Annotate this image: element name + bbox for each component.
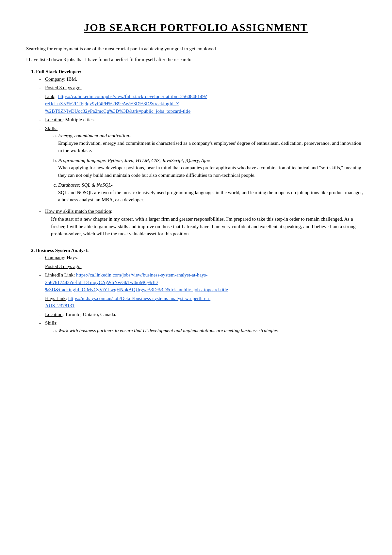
job-title-1: Full Stack Developer: bbox=[36, 69, 81, 74]
skill-desc-1b: When applying for new developer position… bbox=[58, 164, 366, 179]
hays-link-content-2: Hays Link: https://m.hays.com.au/Job/Det… bbox=[45, 295, 210, 310]
company-label-1: Company: IBM. bbox=[45, 76, 77, 83]
posted-item-1: - Posted 3 days ago. bbox=[39, 84, 366, 92]
intro-para-1: Searching for employment is one of the m… bbox=[26, 45, 366, 53]
match-item-1: - How my skills match the position: It's… bbox=[39, 208, 366, 238]
link-content-1: Link: https://ca.linkedin.com/jobs/view/… bbox=[45, 93, 207, 115]
posted-underline-2: Posted 3 days ago. bbox=[45, 264, 82, 269]
hays-job-link-2[interactable]: https://m.hays.com.au/Job/Detail/busines… bbox=[45, 296, 210, 309]
skills-content-2: Skills: Work with business partners to e… bbox=[45, 319, 279, 337]
company-label-2: Company bbox=[45, 255, 64, 260]
skills-label-1: Skills: bbox=[45, 126, 57, 131]
dash: - bbox=[39, 125, 45, 132]
hays-link-label-2: Hays Link bbox=[45, 296, 66, 301]
match-label-1: How my skills match the position bbox=[45, 209, 111, 214]
location-item-1: - Location: Multiple cities. bbox=[39, 116, 366, 124]
skills-item-2: - Skills: Work with business partners to… bbox=[39, 319, 366, 337]
skill-item-1a: Energy, commitment and motivation- Emplo… bbox=[58, 132, 366, 154]
company-item-1: - Company: IBM. bbox=[39, 76, 366, 83]
dash: - bbox=[39, 93, 45, 100]
linkedin-link-content-2: LinkedIn Link: https://ca.linkedin.com/j… bbox=[45, 271, 228, 294]
skill-desc-1c: SQL and NOSQL are two of the most extens… bbox=[58, 189, 366, 204]
skill-title-1b: Programming language: Python, Java, HTLM… bbox=[58, 158, 212, 163]
location-label-2: Location bbox=[45, 312, 62, 317]
job-title-2: Business System Analyst: bbox=[36, 248, 89, 253]
link-label-1: Link bbox=[45, 94, 54, 99]
location-content-1: Location: Multiple cities. bbox=[45, 116, 95, 124]
skill-item-1b: Programming language: Python, Java, HTLM… bbox=[58, 157, 366, 179]
skills-item-1: - Skills: Energy, commitment and motivat… bbox=[39, 125, 366, 206]
skill-title-1c: Databases: SQL & NoSQL- bbox=[58, 182, 113, 188]
linkedin-link-item-2: - LinkedIn Link: https://ca.linkedin.com… bbox=[39, 271, 366, 294]
dash: - bbox=[39, 271, 45, 279]
location-value-1: Multiple cities. bbox=[65, 117, 95, 122]
location-item-2: - Location: Toronto, Ontario, Canada. bbox=[39, 311, 366, 318]
dash: - bbox=[39, 208, 45, 215]
job-item-1: Full Stack Developer: - Company: IBM. - … bbox=[36, 68, 366, 238]
job-link-1[interactable]: https://ca.linkedin.com/jobs/view/full-s… bbox=[45, 94, 207, 114]
linkedin-link-label-2: LinkedIn Link bbox=[45, 272, 74, 278]
page-title: Job Search Portfolio Assignment bbox=[26, 20, 366, 35]
dash: - bbox=[39, 254, 45, 261]
link-item-1: - Link: https://ca.linkedin.com/jobs/vie… bbox=[39, 93, 366, 115]
skills-label-2: Skills: bbox=[45, 320, 57, 326]
hays-link-item-2: - Hays Link: https://m.hays.com.au/Job/D… bbox=[39, 295, 366, 310]
skill-desc-1a: Employee motivation, energy and commitme… bbox=[58, 140, 366, 154]
dash: - bbox=[39, 295, 45, 302]
match-text-1: It's the start of a new chapter in my ca… bbox=[51, 215, 366, 238]
company-item-2: - Company: Hays. bbox=[39, 254, 366, 261]
skill-item-1c: Databases: SQL & NoSQL- SQL and NOSQL ar… bbox=[58, 181, 366, 204]
posted-underline-1: Posted 3 days ago. bbox=[45, 85, 82, 90]
company-content-2: Company: Hays. bbox=[45, 254, 78, 261]
dash: - bbox=[39, 116, 45, 124]
skill-title-1a: Energy, commitment and motivation- bbox=[58, 133, 131, 138]
intro-para-2: I have listed down 3 jobs that I have fo… bbox=[26, 56, 366, 63]
location-label-1: Location bbox=[45, 117, 62, 122]
dash: - bbox=[39, 319, 45, 327]
skill-item-2a: Work with business partners to ensure th… bbox=[58, 327, 279, 334]
location-value-2: Toronto, Ontario, Canada. bbox=[65, 312, 116, 317]
dash: - bbox=[39, 311, 45, 318]
skills-content-1: Skills: Energy, commitment and motivatio… bbox=[45, 125, 366, 206]
match-content-1: How my skills match the position: It's t… bbox=[45, 208, 366, 238]
skill-title-2a: Work with business partners to ensure th… bbox=[58, 328, 279, 333]
posted-item-2: - Posted 3 days ago. bbox=[39, 263, 366, 270]
job-item-2: Business System Analyst: - Company: Hays… bbox=[36, 247, 366, 337]
company-value-2: Hays. bbox=[67, 255, 78, 260]
dash: - bbox=[39, 84, 45, 92]
dash: - bbox=[39, 76, 45, 83]
posted-value-2: Posted 3 days ago. bbox=[45, 263, 82, 270]
location-content-2: Location: Toronto, Ontario, Canada. bbox=[45, 311, 116, 318]
company-value-1: IBM. bbox=[67, 76, 77, 82]
dash: - bbox=[39, 263, 45, 270]
posted-value-1: Posted 3 days ago. bbox=[45, 84, 82, 92]
company-underline-1: Company bbox=[45, 76, 64, 82]
